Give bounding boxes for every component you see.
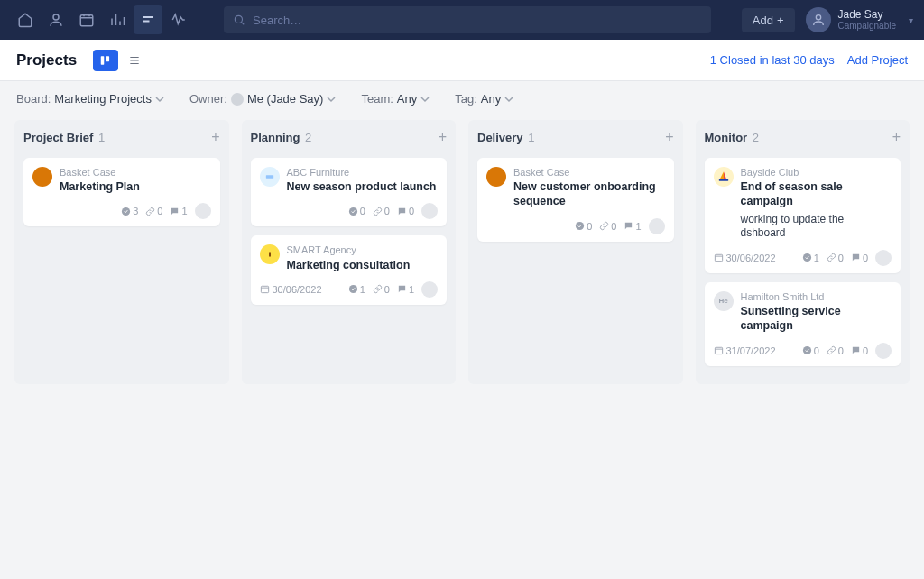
card-top: SMART AgencyMarketing consultation xyxy=(260,244,439,271)
links-stat: 0 xyxy=(145,206,162,216)
assignee-avatar xyxy=(875,250,892,266)
user-menu[interactable]: Jade Say Campaignable ▾ xyxy=(806,7,914,32)
comments-stat: 0 xyxy=(851,345,868,356)
comments-stat: 0 xyxy=(851,253,868,263)
client-icon xyxy=(260,167,280,187)
card-footer: 31/07/2022000 xyxy=(714,343,892,359)
page-header-right: 1 Closed in last 30 days Add Project xyxy=(710,53,908,67)
svg-rect-13 xyxy=(718,179,728,181)
closed-link[interactable]: 1 Closed in last 30 days xyxy=(710,53,835,67)
comments-stat: 1 xyxy=(170,206,187,216)
search-input[interactable] xyxy=(253,14,702,27)
column-title: Monitor 2 xyxy=(705,131,760,144)
card-date: 31/07/2022 xyxy=(714,345,776,356)
column-header: Delivery 1+ xyxy=(477,129,674,145)
project-card[interactable]: Basket CaseMarketing Plan301 xyxy=(23,158,220,226)
svg-point-15 xyxy=(803,253,811,262)
filter-value: Me (Jade Say) xyxy=(247,92,324,106)
kanban-board: Project Brief 1+Basket CaseMarketing Pla… xyxy=(0,116,924,388)
board-column: Monitor 2+Bayside ClubEnd of season sale… xyxy=(696,120,910,384)
board-view-button[interactable] xyxy=(93,50,118,71)
column-add-button[interactable]: + xyxy=(665,129,673,145)
add-project-link[interactable]: Add Project xyxy=(847,53,908,67)
profile-icon[interactable] xyxy=(42,5,70,34)
card-body: ABC FurnitureNew season product launch xyxy=(287,167,439,194)
column-count: 1 xyxy=(528,131,534,144)
filter-label: Tag: xyxy=(455,92,477,106)
chevron-down-icon xyxy=(327,95,336,104)
checks-stat: 1 xyxy=(348,284,365,295)
project-card[interactable]: ABC FurnitureNew season product launch00… xyxy=(251,158,448,226)
card-footer: 30/06/2022101 xyxy=(260,281,439,298)
card-client: Basket Case xyxy=(60,167,211,179)
svg-point-11 xyxy=(349,285,357,293)
card-footer: 30/06/2022100 xyxy=(714,250,892,266)
topbar-right: Add + Jade Say Campaignable ▾ xyxy=(742,7,913,32)
svg-rect-16 xyxy=(715,347,722,354)
activity-icon[interactable] xyxy=(164,5,193,34)
client-icon: He xyxy=(714,291,734,311)
client-icon xyxy=(32,167,52,187)
list-view-button[interactable] xyxy=(122,50,147,71)
avatar xyxy=(806,7,831,32)
client-icon xyxy=(260,244,280,264)
svg-point-2 xyxy=(235,15,242,23)
card-footer: 001 xyxy=(486,218,665,234)
chevron-down-icon xyxy=(504,95,513,104)
svg-rect-7 xyxy=(265,175,273,178)
card-body: Hamilton Smith LtdSunsetting service cam… xyxy=(741,291,892,334)
column-count: 2 xyxy=(305,131,311,144)
card-client: Hamilton Smith Ltd xyxy=(741,291,892,303)
svg-rect-14 xyxy=(715,255,722,262)
svg-rect-9 xyxy=(269,253,271,257)
filter-owner[interactable]: Owner: Me (Jade Say) xyxy=(189,92,336,106)
column-header: Project Brief 1+ xyxy=(23,129,220,145)
filter-board[interactable]: Board: Marketing Projects xyxy=(16,92,164,106)
svg-point-0 xyxy=(53,14,59,20)
chart-icon[interactable] xyxy=(103,5,132,34)
checks-stat: 1 xyxy=(802,253,819,263)
card-top: Basket CaseMarketing Plan xyxy=(32,167,211,194)
user-org: Campaignable xyxy=(838,21,897,31)
filter-team[interactable]: Team: Any xyxy=(361,92,430,106)
checks-stat: 0 xyxy=(575,221,592,232)
column-add-button[interactable]: + xyxy=(211,129,219,145)
card-title: Marketing consultation xyxy=(287,258,439,272)
assignee-avatar xyxy=(649,218,665,234)
project-card[interactable]: HeHamilton Smith LtdSunsetting service c… xyxy=(705,282,901,366)
card-client: ABC Furniture xyxy=(287,167,439,179)
project-card[interactable]: Bayside ClubEnd of season sale campaignw… xyxy=(705,158,901,273)
add-button[interactable]: Add + xyxy=(742,8,795,32)
board-icon[interactable] xyxy=(134,5,162,34)
nav-icons xyxy=(11,5,193,34)
card-body: Basket CaseMarketing Plan xyxy=(60,167,211,194)
column-title: Planning 2 xyxy=(251,131,312,144)
assignee-avatar xyxy=(421,203,438,219)
assignee-avatar xyxy=(875,343,892,359)
card-title: End of season sale campaign xyxy=(741,179,892,209)
column-header: Planning 2+ xyxy=(251,129,448,145)
chevron-down-icon xyxy=(155,95,164,104)
column-add-button[interactable]: + xyxy=(892,129,901,145)
user-name: Jade Say xyxy=(838,9,897,21)
links-stat: 0 xyxy=(827,253,844,263)
page-title: Projects xyxy=(16,51,77,69)
add-label: Add xyxy=(753,14,773,27)
calendar-icon[interactable] xyxy=(72,5,101,34)
column-add-button[interactable]: + xyxy=(439,129,447,145)
column-title: Project Brief 1 xyxy=(23,131,105,144)
plus-icon: + xyxy=(777,14,784,27)
project-card[interactable]: Basket CaseNew customer onboarding seque… xyxy=(477,158,674,242)
card-title: Sunsetting service campaign xyxy=(741,304,892,334)
project-card[interactable]: SMART AgencyMarketing consultation30/06/… xyxy=(251,235,448,304)
comments-stat: 1 xyxy=(397,284,414,295)
search-box[interactable] xyxy=(224,6,711,33)
home-icon[interactable] xyxy=(11,5,40,34)
filter-tag[interactable]: Tag: Any xyxy=(455,92,513,106)
svg-rect-10 xyxy=(261,287,268,293)
board-column: Planning 2+ABC FurnitureNew season produ… xyxy=(242,120,457,384)
svg-rect-1 xyxy=(80,15,93,26)
card-top: ABC FurnitureNew season product launch xyxy=(260,167,439,194)
column-header: Monitor 2+ xyxy=(705,129,901,145)
column-count: 1 xyxy=(98,131,105,144)
